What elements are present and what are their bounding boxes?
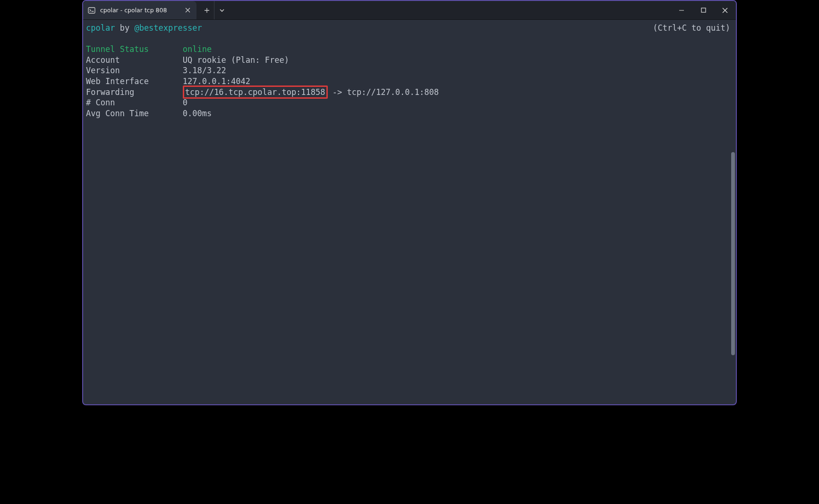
- account-label: Account: [86, 55, 120, 65]
- forwarding-local: tcp://127.0.0.1:808: [347, 87, 439, 97]
- account-value: UQ rookie (Plan: Free): [183, 55, 289, 65]
- avg-label: Avg Conn Time: [86, 109, 149, 118]
- version-value: 3.18/3.22: [183, 66, 226, 75]
- window-controls: [671, 1, 736, 19]
- tab-close-button[interactable]: [184, 7, 191, 14]
- tab-dropdown-button[interactable]: [214, 1, 230, 19]
- author-handle: @bestexpresser: [134, 23, 202, 33]
- new-tab-button[interactable]: [199, 1, 214, 19]
- close-window-button[interactable]: [714, 1, 736, 19]
- vertical-scrollbar[interactable]: [731, 152, 735, 355]
- tunnel-status-value: online: [183, 44, 212, 54]
- terminal-window: cpolar - cpolar tcp 808: [82, 0, 737, 405]
- titlebar: cpolar - cpolar tcp 808: [83, 1, 736, 20]
- forwarding-remote: tcp://16.tcp.cpolar.top:11858: [185, 87, 325, 97]
- app-name: cpolar: [86, 23, 115, 33]
- terminal-output: cpolar by @bestexpresser Tunnel Status o…: [86, 23, 731, 119]
- quit-hint: (Ctrl+C to quit): [653, 23, 730, 34]
- forwarding-label: Forwarding: [86, 87, 134, 97]
- maximize-button[interactable]: [692, 1, 714, 19]
- terminal-body[interactable]: (Ctrl+C to quit) cpolar by @bestexpresse…: [83, 20, 736, 404]
- tunnel-status-label: Tunnel Status: [86, 44, 149, 54]
- version-label: Version: [86, 66, 120, 75]
- avg-value: 0.00ms: [183, 109, 212, 118]
- webif-label: Web Interface: [86, 77, 149, 86]
- conn-label: # Conn: [86, 98, 115, 107]
- tab-title: cpolar - cpolar tcp 808: [100, 7, 179, 14]
- terminal-icon: [88, 7, 95, 14]
- by-word: by: [120, 23, 129, 33]
- minimize-button[interactable]: [671, 1, 692, 19]
- titlebar-drag-region[interactable]: [230, 1, 671, 19]
- tab-active[interactable]: cpolar - cpolar tcp 808: [83, 1, 196, 19]
- webif-value: 127.0.0.1:4042: [183, 77, 250, 86]
- svg-rect-1: [701, 8, 706, 12]
- forwarding-remote-highlight: tcp://16.tcp.cpolar.top:11858: [183, 85, 328, 99]
- forwarding-arrow: ->: [333, 87, 342, 97]
- conn-value: 0: [183, 98, 188, 107]
- svg-rect-0: [88, 8, 95, 13]
